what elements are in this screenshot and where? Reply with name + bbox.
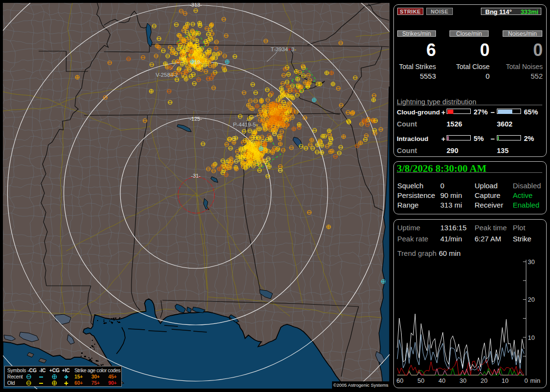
svg-text:20: 20 bbox=[480, 377, 487, 384]
svg-text:P-4419-5v: P-4419-5v bbox=[233, 122, 258, 127]
svg-text:20: 20 bbox=[528, 296, 535, 303]
svg-text:40: 40 bbox=[438, 377, 445, 384]
svg-text:50: 50 bbox=[418, 377, 424, 384]
svg-text:10: 10 bbox=[502, 377, 508, 384]
svg-text:-31-: -31- bbox=[191, 173, 201, 179]
svg-text:60: 60 bbox=[396, 377, 403, 384]
svg-text:min: min bbox=[530, 377, 540, 384]
svg-text:0: 0 bbox=[524, 377, 528, 384]
svg-text:-219-: -219- bbox=[189, 59, 202, 65]
svg-text:10: 10 bbox=[528, 334, 535, 341]
svg-text:30: 30 bbox=[528, 258, 535, 266]
svg-text:V-2584-2: V-2584-2 bbox=[156, 72, 178, 78]
svg-text:30: 30 bbox=[460, 377, 466, 384]
svg-text:-313-: -313- bbox=[189, 3, 202, 8]
svg-text:-125-: -125- bbox=[189, 116, 202, 122]
svg-text:T-3934+3-: T-3934+3- bbox=[271, 46, 296, 52]
